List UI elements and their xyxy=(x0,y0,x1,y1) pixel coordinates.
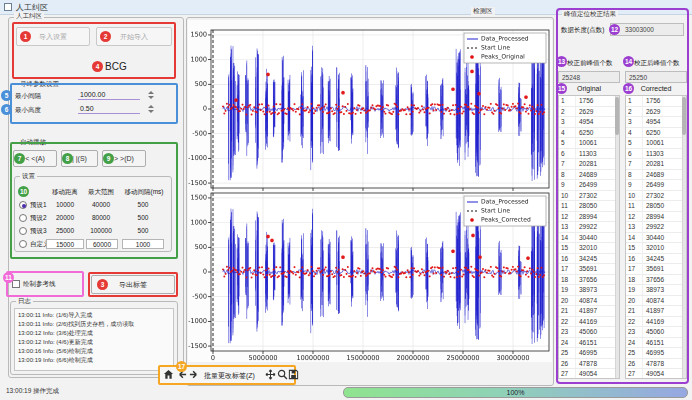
table-row[interactable]: 2749054 xyxy=(626,369,686,379)
spin-up-icon[interactable] xyxy=(148,105,154,108)
table-row[interactable]: 1938973 xyxy=(559,285,619,296)
settings-header-move: 移动距离 xyxy=(46,188,84,197)
table-row[interactable]: 2040874 xyxy=(626,296,686,307)
log-line: 13:00:12 Info: (3/6)处理完成 xyxy=(18,329,170,338)
table-row[interactable]: 22629 xyxy=(559,107,619,118)
table-row[interactable]: 2345060 xyxy=(626,327,686,338)
table-row[interactable]: 46250 xyxy=(626,128,686,139)
corrected-table-body: 1175622629349544625051006161130372028182… xyxy=(626,96,686,379)
table-row[interactable]: 46250 xyxy=(559,128,619,139)
radio-custom[interactable] xyxy=(19,240,27,248)
table-row[interactable]: 1837656 xyxy=(559,275,619,286)
spin-up-icon[interactable] xyxy=(148,91,154,94)
original-scrollbar[interactable] xyxy=(615,96,619,379)
after-count-field: 25250 xyxy=(625,71,687,83)
preset1-move: 10000 xyxy=(46,201,84,208)
home-icon[interactable] xyxy=(162,368,174,381)
table-row[interactable]: 1228994 xyxy=(559,212,619,223)
table-row[interactable]: 2244169 xyxy=(626,317,686,328)
custom-interval-input[interactable] xyxy=(122,239,164,249)
table-row[interactable]: 2446151 xyxy=(626,338,686,349)
table-row[interactable]: 1329922 xyxy=(559,222,619,233)
table-row[interactable]: 2647878 xyxy=(559,359,619,370)
signal-type-label: BCG xyxy=(105,61,127,72)
progress-text: 100% xyxy=(344,389,687,396)
log-list[interactable]: 13:00:11 Info: (1/6)导入完成 13:00:11 Info: … xyxy=(14,308,174,371)
min-interval-field[interactable]: 1000.00 xyxy=(78,89,140,100)
table-row[interactable]: 1228994 xyxy=(626,212,686,223)
spin-down-icon[interactable] xyxy=(148,96,154,99)
table-row[interactable]: 1532010 xyxy=(559,243,619,254)
refline-checkbox[interactable] xyxy=(12,280,20,288)
table-row[interactable]: 2141897 xyxy=(559,306,619,317)
table-row[interactable]: 34954 xyxy=(626,117,686,128)
min-height-label: 最小高度 xyxy=(15,106,41,115)
table-row[interactable]: 2546995 xyxy=(626,348,686,359)
badge-2: 2 xyxy=(100,31,111,42)
table-row[interactable]: 1128050 xyxy=(626,201,686,212)
table-row[interactable]: 2141897 xyxy=(626,306,686,317)
forward-arrow-icon[interactable] xyxy=(188,368,200,381)
table-row[interactable]: 720281 xyxy=(559,159,619,170)
table-row[interactable]: 510061 xyxy=(626,138,686,149)
table-row[interactable]: 1735691 xyxy=(559,264,619,275)
table-row[interactable]: 611303 xyxy=(559,149,619,160)
table-row[interactable]: 2244169 xyxy=(559,317,619,328)
custom-move-input[interactable] xyxy=(46,239,84,249)
table-row[interactable]: 1430440 xyxy=(559,233,619,244)
corrected-scrollbar[interactable] xyxy=(682,96,686,379)
table-row[interactable]: 1532010 xyxy=(626,243,686,254)
corrected-table[interactable]: 1175622629349544625051006161130372028182… xyxy=(625,95,687,379)
min-interval-label: 最小间隔 xyxy=(15,92,41,101)
table-row[interactable]: 1634245 xyxy=(559,254,619,265)
peak-params-label: 寻峰参数设置 xyxy=(18,80,61,89)
table-row[interactable]: 22629 xyxy=(626,107,686,118)
table-row[interactable]: 926499 xyxy=(559,180,619,191)
table-row[interactable]: 2546995 xyxy=(559,348,619,359)
table-row[interactable]: 11756 xyxy=(559,96,619,107)
table-row[interactable]: 2040874 xyxy=(559,296,619,307)
preset3-interval: 500 xyxy=(121,227,165,234)
table-row[interactable]: 1027302 xyxy=(626,191,686,202)
radio-preset1[interactable] xyxy=(19,201,27,209)
badge-3: 3 xyxy=(97,279,108,290)
original-table[interactable]: 1175622629349544625051006161130372028182… xyxy=(558,95,620,379)
custom-range-input[interactable] xyxy=(86,239,118,249)
badge-15: 15 xyxy=(556,83,567,94)
result-panel-label: 峰值定位校正结果 xyxy=(562,10,618,19)
table-row[interactable]: 1735691 xyxy=(626,264,686,275)
table-row[interactable]: 11756 xyxy=(626,96,686,107)
table-row[interactable]: 926499 xyxy=(626,180,686,191)
table-row[interactable]: 34954 xyxy=(559,117,619,128)
table-row[interactable]: 1430440 xyxy=(626,233,686,244)
table-row[interactable]: 824689 xyxy=(559,170,619,181)
table-row[interactable]: 2446151 xyxy=(559,338,619,349)
min-height-spinner[interactable] xyxy=(146,103,156,114)
table-row[interactable]: 720281 xyxy=(626,159,686,170)
min-height-field[interactable]: 0.50 xyxy=(78,103,140,114)
table-row[interactable]: 1027302 xyxy=(559,191,619,202)
preset1-label: 预设1 xyxy=(30,201,47,210)
table-row[interactable]: 1938973 xyxy=(626,285,686,296)
table-row[interactable]: 2647878 xyxy=(626,359,686,370)
table-row[interactable]: 1329922 xyxy=(626,222,686,233)
batch-edit-label[interactable]: 批量更改标签(Z) xyxy=(204,371,255,381)
table-row[interactable]: 824689 xyxy=(626,170,686,181)
table-row[interactable]: 1128050 xyxy=(559,201,619,212)
table-row[interactable]: 1837656 xyxy=(626,275,686,286)
table-row[interactable]: 510061 xyxy=(559,138,619,149)
autoplay-label: 自动播放 xyxy=(18,138,48,147)
signal-charts-canvas[interactable] xyxy=(188,20,552,362)
table-row[interactable]: 2345060 xyxy=(559,327,619,338)
pan-icon[interactable] xyxy=(264,368,276,381)
radio-preset2[interactable] xyxy=(19,214,27,222)
radio-preset3[interactable] xyxy=(19,227,27,235)
left-panel-label: 人工纠区 xyxy=(14,12,44,21)
table-row[interactable]: 1634245 xyxy=(626,254,686,265)
save-icon[interactable] xyxy=(287,368,299,381)
table-row[interactable]: 2749054 xyxy=(559,369,619,379)
min-interval-spinner[interactable] xyxy=(146,89,156,100)
spin-down-icon[interactable] xyxy=(148,110,154,113)
badge-4: 4 xyxy=(92,61,103,72)
table-row[interactable]: 611303 xyxy=(626,149,686,160)
